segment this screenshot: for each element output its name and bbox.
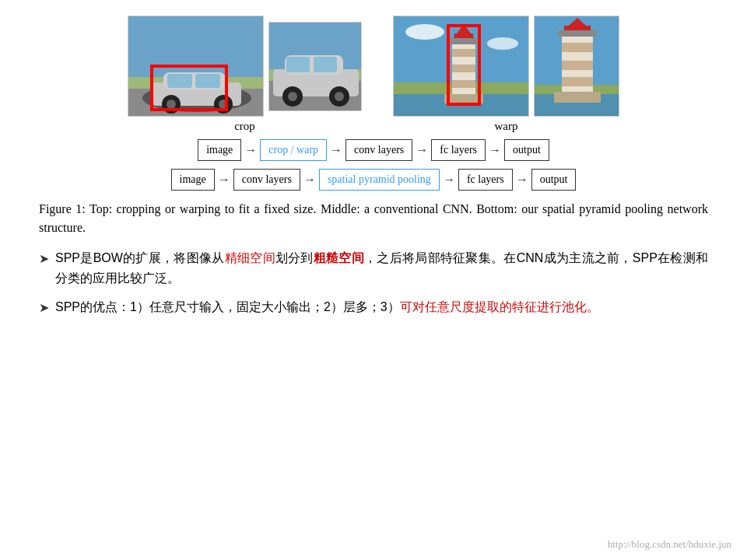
arrow-5: → [218, 173, 230, 187]
lighthouse-warped [534, 16, 619, 117]
car-image-pair [128, 16, 362, 117]
arrow-2: → [330, 143, 342, 157]
svg-rect-19 [314, 57, 337, 72]
red-text-2: 粗糙空间 [314, 251, 364, 264]
bullet-arrow-2: ➤ [39, 298, 49, 318]
svg-rect-41 [562, 43, 593, 52]
red-text-3: 可对任意尺度提取的特征进行池化。 [400, 300, 599, 313]
lighthouse-image-group: warp [393, 16, 619, 133]
figure-caption: Figure 1: Top: cropping or warping to fi… [39, 200, 708, 237]
lighthouse-warped-svg [535, 16, 619, 117]
pipeline-box-output-1: output [504, 139, 549, 161]
lighthouse-bbox-rect [447, 24, 481, 106]
svg-rect-18 [286, 57, 310, 72]
pipeline-row-1: image → crop / warp → conv layers → fc l… [39, 139, 708, 161]
car-image-group: crop [128, 16, 362, 133]
bullet-item-1: ➤ SPP是BOW的扩展，将图像从精细空间划分到粗糙空间，之后将局部特征聚集。在… [39, 248, 708, 289]
watermark: http://blog.csdn.net/hduxie.jun [608, 538, 731, 551]
lighthouse-with-bbox [393, 16, 529, 117]
svg-rect-46 [558, 30, 597, 37]
arrow-7: → [443, 173, 455, 187]
pipeline-box-image-2: image [171, 169, 215, 191]
crop-label: crop [234, 120, 255, 133]
bullet-text-2: SPP的优点：1）任意尺寸输入，固定大小输出；2）层多；3）可对任意尺度提取的特… [55, 297, 599, 317]
caption-text: Figure 1: Top: cropping or warping to fi… [39, 202, 708, 234]
svg-point-36 [487, 37, 518, 50]
images-section: crop [39, 16, 708, 133]
pipeline-box-fc-1: fc layers [431, 139, 486, 161]
pipeline-row-2: image → conv layers → spatial pyramid po… [39, 169, 708, 191]
svg-point-21 [288, 92, 297, 101]
arrow-6: → [303, 173, 316, 187]
red-text-1: 精细空间 [225, 251, 275, 264]
pipeline-box-conv-2: conv layers [233, 169, 300, 191]
pipeline-box-output-2: output [531, 169, 577, 191]
arrow-4: → [489, 143, 501, 157]
arrow-1: → [244, 143, 257, 157]
pipeline-box-image-1: image [198, 139, 241, 161]
pipeline-box-cropwarp: crop / warp [260, 139, 327, 161]
arrow-8: → [516, 173, 528, 187]
pipeline-box-conv-1: conv layers [345, 139, 412, 161]
warp-label: warp [495, 120, 518, 133]
car-bbox-rect [150, 65, 228, 111]
svg-rect-47 [554, 92, 601, 103]
bullet-arrow-1: ➤ [39, 249, 49, 269]
arrow-3: → [416, 143, 428, 157]
pipeline-box-fc-2: fc layers [458, 169, 513, 191]
car-with-bbox [128, 16, 264, 117]
car-cropped [268, 22, 362, 111]
pipeline-box-spp: spatial pyramid pooling [319, 169, 440, 191]
bullet-section: ➤ SPP是BOW的扩展，将图像从精细空间划分到粗糙空间，之后将局部特征聚集。在… [39, 248, 708, 318]
svg-point-35 [405, 24, 444, 40]
car-cropped-svg [269, 23, 362, 111]
bullet-text-1: SPP是BOW的扩展，将图像从精细空间划分到粗糙空间，之后将局部特征聚集。在CN… [55, 248, 708, 289]
bullet-item-2: ➤ SPP的优点：1）任意尺寸输入，固定大小输出；2）层多；3）可对任意尺度提取… [39, 297, 708, 318]
page-container: crop [0, 0, 747, 560]
svg-point-23 [335, 92, 344, 101]
svg-rect-43 [562, 77, 593, 86]
svg-rect-42 [562, 61, 593, 70]
lighthouse-image-pair [393, 16, 619, 117]
